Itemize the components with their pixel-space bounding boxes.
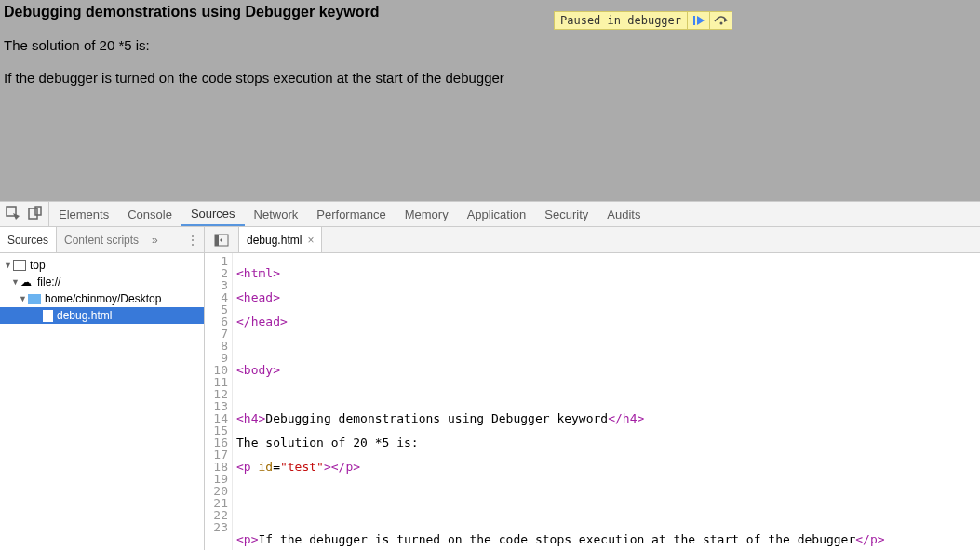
svg-rect-0 (693, 16, 695, 25)
page-heading: Debugging demonstrations using Debugger … (4, 4, 976, 20)
sidebar-menu-icon[interactable]: ⋮ (187, 234, 198, 247)
file-tree: ▼ top ▼ ☁ file:// ▼ home/chinmoy/Desktop… (0, 253, 204, 550)
editor-tab-label: debug.html (247, 234, 302, 247)
cloud-icon: ☁ (20, 275, 34, 288)
page-text-1: The solution of 20 *5 is: (4, 37, 976, 53)
devtools-tab-bar: Elements Console Sources Network Perform… (0, 201, 980, 227)
close-tab-icon[interactable]: × (307, 234, 314, 247)
svg-point-3 (719, 22, 722, 25)
tab-application[interactable]: Application (458, 202, 536, 226)
devtools-panel: Elements Console Sources Network Perform… (0, 201, 980, 550)
sidebar-tab-sources[interactable]: Sources (0, 227, 57, 252)
tab-security[interactable]: Security (535, 202, 597, 226)
svg-marker-1 (697, 16, 705, 25)
sidebar-tab-content-scripts[interactable]: Content scripts (57, 227, 146, 252)
svg-marker-10 (220, 237, 222, 243)
source-editor: debug.html × 123456789101112131415161718… (205, 227, 980, 550)
tab-sources[interactable]: Sources (181, 202, 245, 226)
sidebar-more-tabs[interactable]: » (146, 234, 164, 247)
tree-top[interactable]: ▼ top (0, 257, 204, 274)
code-content[interactable]: <html> <head> </head> <body> <h4>Debuggi… (233, 253, 980, 550)
line-gutter[interactable]: 1234567891011121314151617181920212223 (205, 253, 233, 550)
inspect-element-icon[interactable] (6, 206, 20, 223)
paused-label: Paused in debugger (554, 11, 688, 30)
svg-rect-9 (215, 235, 219, 246)
tree-origin[interactable]: ▼ ☁ file:// (0, 274, 204, 290)
tab-console[interactable]: Console (118, 202, 181, 226)
tree-folder[interactable]: ▼ home/chinmoy/Desktop (0, 290, 204, 307)
tab-performance[interactable]: Performance (307, 202, 395, 226)
file-icon (43, 310, 53, 322)
tab-memory[interactable]: Memory (396, 202, 458, 226)
tree-file-debug-html[interactable]: debug.html (0, 307, 204, 324)
rendered-page: Debugging demonstrations using Debugger … (0, 0, 980, 201)
tab-network[interactable]: Network (245, 202, 308, 226)
step-over-button[interactable] (710, 11, 732, 30)
tab-audits[interactable]: Audits (597, 202, 650, 226)
page-text-2: If the debugger is turned on the code st… (4, 70, 976, 86)
tab-elements[interactable]: Elements (49, 202, 118, 226)
device-toolbar-icon[interactable] (28, 206, 43, 223)
debugger-paused-overlay: Paused in debugger (554, 11, 732, 30)
sources-sidebar: Sources Content scripts » ⋮ ▼ top ▼ ☁ fi… (0, 227, 205, 550)
resume-button[interactable] (688, 11, 710, 30)
frame-icon (13, 260, 26, 271)
editor-tab-debug-html[interactable]: debug.html × (239, 227, 322, 252)
folder-icon (28, 294, 41, 304)
svg-marker-2 (724, 18, 728, 22)
toggle-navigator-icon[interactable] (205, 227, 239, 252)
